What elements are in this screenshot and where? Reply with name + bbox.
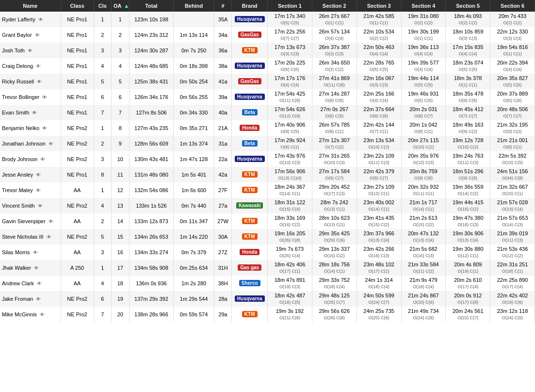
section-time: 20m 37s 889 bbox=[492, 90, 533, 98]
section-time: 17m 15s 835 bbox=[448, 44, 488, 51]
section-3-cell: 24m 1s 314O(18) C(4) bbox=[357, 276, 401, 291]
eye-icon[interactable]: 👁 bbox=[38, 17, 43, 22]
section-time: 23m 42s 266 bbox=[359, 245, 399, 253]
section-scores: O(10) C(1) bbox=[492, 191, 533, 197]
column-header-brand[interactable]: Brand bbox=[232, 0, 268, 12]
eye-icon[interactable]: 👁 bbox=[28, 48, 32, 53]
section-time: 17m 43s 976 bbox=[270, 152, 310, 160]
section-scores: O(2) C(2) bbox=[448, 20, 488, 26]
column-header-hash[interactable]: # bbox=[214, 0, 232, 12]
rider-class: NE Pro2 bbox=[61, 120, 94, 136]
eye-icon[interactable]: 👁 bbox=[36, 188, 41, 193]
eye-icon[interactable]: 👁 bbox=[49, 141, 53, 147]
rider-class: NE Pro1 bbox=[61, 12, 94, 27]
overall-position: 1 bbox=[112, 12, 130, 27]
brand-cell: Husqvarna bbox=[232, 58, 268, 74]
eye-icon[interactable]: 👁 bbox=[42, 126, 47, 131]
section-6-cell: 22m 25s 890O(17) C(4) bbox=[490, 276, 535, 291]
section-scores: O(8) C(6) bbox=[314, 98, 355, 104]
column-header-behind[interactable]: Behind bbox=[174, 0, 214, 12]
section-time: 26m 57s 134 bbox=[314, 28, 355, 35]
rider-class: NE Pro1 bbox=[61, 74, 94, 89]
overall-position: 7 bbox=[112, 105, 130, 120]
section-scores: O(2) C(2) bbox=[492, 20, 533, 26]
section-1-cell: 17m 43s 976O(10) C(3) bbox=[268, 151, 312, 167]
overall-position: 6 bbox=[112, 89, 130, 105]
section-scores: O(4) C(4) bbox=[404, 66, 444, 73]
section-2-cell: 27m 14s 287O(8) C(6) bbox=[312, 89, 357, 105]
table-row: Josh Toth 👁NE Pro133124m 30s 2870m 7s 25… bbox=[0, 43, 535, 58]
section-3-cell: 23m 41s 435O(15) C(2) bbox=[357, 213, 401, 229]
column-header-s1[interactable]: Section 1 bbox=[268, 0, 312, 12]
section-1-cell: 17m 20s 225O(6) C(6) bbox=[268, 58, 312, 74]
eye-icon[interactable]: 👁 bbox=[34, 265, 39, 271]
section-scores: O(5) C(5) bbox=[492, 82, 533, 88]
column-header-class[interactable]: Class bbox=[61, 0, 94, 12]
eye-icon[interactable]: 👁 bbox=[40, 157, 45, 162]
column-header-total[interactable]: Total bbox=[129, 0, 174, 12]
eye-icon[interactable]: 👁 bbox=[33, 250, 38, 255]
section-scores: O(17) C(6) bbox=[448, 299, 488, 306]
section-time: 24m 25s 735 bbox=[359, 308, 399, 315]
section-1-cell: 19m 3s 192O(21) C(6) bbox=[268, 307, 312, 322]
column-header-s2[interactable]: Section 2 bbox=[312, 0, 357, 12]
eye-icon[interactable]: 👁 bbox=[37, 281, 42, 286]
class-position: 5 bbox=[94, 229, 112, 245]
class-position: 2 bbox=[94, 136, 112, 151]
brand-badge: Kawasaki bbox=[236, 202, 263, 209]
section-time: 23m 12s 118 bbox=[492, 308, 533, 315]
section-scores: O(2) C(2) bbox=[314, 66, 355, 73]
section-time: 18m 10s 859 bbox=[448, 28, 488, 35]
section-scores: O(24) C(7) bbox=[359, 299, 399, 306]
section-scores: O(8) C(7) bbox=[404, 113, 444, 119]
eye-icon[interactable]: 👁 bbox=[42, 95, 47, 100]
eye-icon[interactable]: 👁 bbox=[49, 219, 53, 224]
section-time: 24m 51s 156 bbox=[492, 168, 533, 175]
eye-icon[interactable]: 👁 bbox=[36, 64, 41, 69]
eye-icon[interactable]: 👁 bbox=[40, 312, 45, 317]
column-header-s5[interactable]: Section 5 bbox=[446, 0, 490, 12]
eye-icon[interactable]: 👁 bbox=[38, 203, 43, 209]
brand-badge: KTM bbox=[242, 233, 258, 240]
column-header-s3[interactable]: Section 3 bbox=[357, 0, 401, 12]
eye-icon[interactable]: 👁 bbox=[36, 172, 41, 178]
section-time: 18m 4s 093 bbox=[448, 13, 488, 20]
section-5-cell: 18m 3s 378O(1) C(1) bbox=[446, 74, 490, 89]
brand-badge: GasGas bbox=[238, 78, 261, 84]
section-time: 23m 37s 966 bbox=[359, 230, 399, 237]
section-4-cell: 19m 31s 080O(2) C(2) bbox=[401, 12, 446, 27]
column-header-name[interactable]: Name bbox=[0, 0, 61, 12]
column-header-s4[interactable]: Section 4 bbox=[401, 0, 446, 12]
section-3-cell: 22m 42s 144O(7) C(1) bbox=[357, 120, 401, 136]
section-scores: O(14) C(1) bbox=[270, 191, 310, 197]
column-header-oa[interactable]: OA ▲ bbox=[112, 0, 130, 12]
rider-number: 31H bbox=[214, 260, 232, 276]
section-4-cell: 20m 35s 976O(12) C(3) bbox=[401, 151, 446, 167]
section-time: 20m 2s 610 bbox=[448, 277, 488, 284]
overall-position: 14 bbox=[112, 213, 130, 229]
section-4-cell: 19m 39s 577O(4) C(4) bbox=[401, 58, 446, 74]
section-time: 18m 42s 406 bbox=[270, 261, 310, 268]
section-6-cell: 24m 51s 156O(44) C(8) bbox=[490, 167, 535, 182]
total-time: 131m 48s 080 bbox=[129, 167, 174, 182]
section-1-cell: 17m 56s 906O(13) C(10) bbox=[268, 167, 312, 182]
brand-badge: KTM bbox=[242, 187, 258, 193]
eye-icon[interactable]: 👁 bbox=[32, 110, 37, 115]
section-scores: O(1) C(1) bbox=[359, 20, 399, 26]
eye-icon[interactable]: 👁 bbox=[36, 296, 41, 302]
eye-icon[interactable]: 👁 bbox=[35, 33, 40, 38]
eye-icon[interactable]: 👁 bbox=[47, 234, 51, 240]
column-header-cls[interactable]: Cls bbox=[94, 0, 112, 12]
section-2-cell: 27m 17s 584O(9) C(7) bbox=[312, 167, 357, 182]
section-time: 22m 28s 765 bbox=[359, 59, 399, 66]
section-scores: O(16) C(3) bbox=[404, 253, 444, 259]
section-scores: O(13) C(10) bbox=[270, 175, 310, 181]
brand-badge: Husqvarna bbox=[235, 156, 265, 162]
column-header-s6[interactable]: Section 6 bbox=[490, 0, 535, 12]
eye-icon[interactable]: 👁 bbox=[37, 79, 42, 84]
section-scores: O(15) C(2) bbox=[359, 222, 399, 228]
rider-number: 31a bbox=[214, 136, 232, 151]
results-table: NameClassClsOA ▲TotalBehind#BrandSection… bbox=[0, 0, 535, 322]
section-time: 17m 40s 906 bbox=[270, 121, 310, 129]
behind-time: 1m 13s 374 bbox=[174, 136, 214, 151]
